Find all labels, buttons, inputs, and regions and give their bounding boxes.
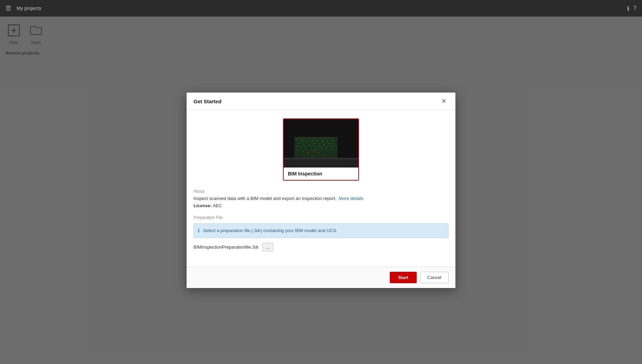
start-button[interactable]: Start (390, 272, 417, 283)
info-italic-icon: i (198, 228, 199, 234)
question-icon[interactable]: ? (633, 5, 636, 11)
get-started-modal: Get Started ✕ (187, 93, 455, 288)
prep-file-section: Preparation File i Select a preparation … (193, 215, 449, 251)
svg-point-67 (315, 150, 317, 151)
svg-point-55 (318, 152, 319, 153)
svg-point-11 (310, 139, 311, 140)
svg-point-65 (305, 149, 306, 150)
main-area: New Open Recent projects Get Started ✕ (0, 17, 642, 364)
prep-file-row: BIMInspectionPreparationfile.3dr ... (193, 243, 449, 251)
svg-point-8 (302, 140, 303, 141)
modal-body: BIM Inspection About Inspect scanned dat… (187, 110, 455, 267)
topbar-left: ☰ My projects (6, 4, 41, 12)
svg-point-35 (334, 144, 335, 145)
svg-point-66 (311, 150, 311, 151)
modal-close-button[interactable]: ✕ (439, 97, 449, 105)
svg-point-14 (317, 140, 318, 141)
hamburger-icon[interactable]: ☰ (6, 4, 11, 12)
svg-point-24 (306, 143, 307, 143)
svg-point-29 (319, 144, 319, 144)
svg-point-26 (311, 142, 312, 143)
svg-point-36 (296, 146, 297, 147)
svg-point-17 (325, 139, 326, 140)
svg-point-6 (297, 140, 298, 140)
svg-point-25 (308, 144, 309, 145)
svg-point-52 (303, 151, 304, 152)
card-area: BIM Inspection (193, 118, 449, 181)
svg-point-31 (324, 144, 325, 145)
modal-header: Get Started ✕ (187, 93, 455, 110)
about-license: License: AEC (193, 203, 449, 208)
svg-point-15 (320, 139, 321, 140)
svg-point-20 (332, 140, 333, 141)
svg-point-68 (321, 151, 321, 151)
modal-footer: Start Cancel (187, 267, 455, 288)
modal-overlay: Get Started ✕ (0, 17, 642, 364)
svg-point-32 (327, 142, 327, 143)
svg-point-22 (301, 142, 302, 143)
svg-point-33 (329, 143, 329, 144)
topbar-title: My projects (17, 6, 41, 11)
prep-file-name: BIMInspectionPreparationfile.3dr (193, 245, 259, 250)
svg-point-10 (307, 141, 308, 141)
svg-point-53 (308, 152, 309, 153)
svg-point-54 (313, 151, 314, 152)
svg-point-51 (334, 146, 335, 147)
svg-point-48 (327, 147, 327, 147)
license-label: License: (193, 203, 212, 208)
cancel-button[interactable]: Cancel (420, 272, 449, 283)
about-description: Inspect scanned data with a BIM model an… (193, 196, 449, 201)
svg-point-71 (336, 149, 337, 150)
bim-preview-svg (284, 119, 358, 167)
svg-point-38 (301, 147, 302, 148)
svg-point-19 (330, 139, 331, 140)
license-value-text: AEC (213, 203, 222, 208)
topbar: ☰ My projects ℹ ? (0, 0, 642, 17)
info-icon[interactable]: ℹ (627, 5, 629, 12)
prep-info-box: i Select a preparation file (.3dr) conta… (193, 223, 449, 238)
svg-point-12 (312, 140, 313, 141)
svg-point-18 (327, 140, 328, 141)
svg-point-27 (313, 143, 314, 144)
about-section: About Inspect scanned data with a BIM mo… (193, 189, 449, 208)
svg-point-63 (298, 150, 298, 151)
svg-point-40 (306, 147, 307, 148)
svg-point-46 (322, 147, 323, 149)
svg-point-34 (331, 142, 332, 143)
svg-point-45 (319, 146, 320, 147)
svg-point-28 (316, 142, 317, 143)
about-section-title: About (193, 189, 449, 194)
svg-point-44 (317, 147, 317, 148)
svg-point-21 (298, 143, 299, 144)
modal-title: Get Started (193, 98, 221, 104)
svg-rect-56 (295, 138, 337, 138)
more-details-link[interactable]: More details (339, 196, 364, 201)
prep-info-text: Select a preparation file (.3dr) contain… (203, 227, 337, 234)
bim-card-label: BIM Inspection (284, 167, 358, 180)
svg-point-50 (332, 147, 333, 148)
bim-inspection-card[interactable]: BIM Inspection (283, 118, 359, 181)
svg-point-9 (305, 139, 305, 140)
svg-point-7 (300, 139, 300, 140)
svg-point-16 (322, 141, 323, 142)
svg-rect-72 (284, 159, 358, 167)
svg-point-42 (311, 147, 312, 148)
svg-point-64 (300, 151, 301, 151)
svg-point-70 (331, 150, 331, 151)
svg-rect-73 (284, 158, 358, 159)
bim-card-image (284, 119, 358, 167)
about-description-text: Inspect scanned data with a BIM model an… (193, 196, 336, 201)
prep-browse-button[interactable]: ... (262, 243, 274, 251)
svg-point-23 (303, 144, 304, 145)
svg-point-69 (326, 149, 327, 150)
svg-point-30 (321, 143, 322, 143)
prep-section-title: Preparation File (193, 215, 449, 220)
topbar-right: ℹ ? (627, 5, 636, 12)
svg-point-13 (315, 139, 315, 140)
